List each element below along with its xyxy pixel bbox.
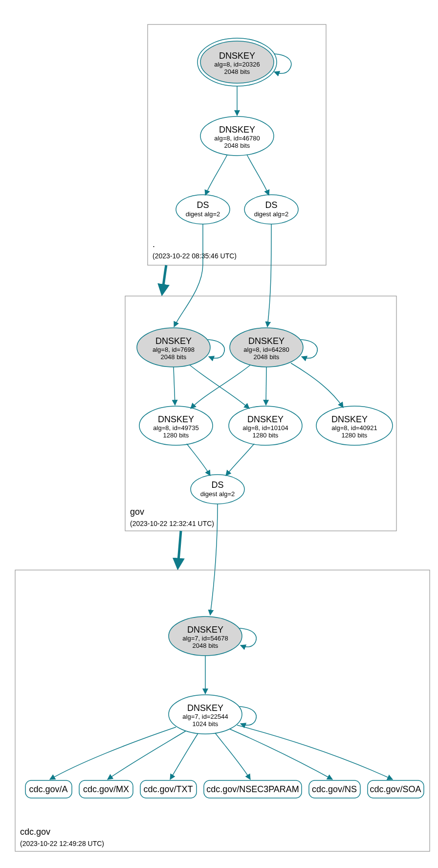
zone-cdc-ts: (2023-10-22 12:49:28 UTC) [20, 840, 104, 847]
svg-text:DNSKEY: DNSKEY [158, 414, 194, 424]
edge-root-to-gov [162, 265, 166, 293]
svg-text:DS: DS [197, 200, 209, 210]
zone-root-label: . [153, 239, 155, 249]
edge-k3-k6 [291, 363, 343, 408]
svg-text:cdc.gov/TXT: cdc.gov/TXT [143, 784, 193, 794]
rr-ns: cdc.gov/NS [309, 780, 360, 798]
svg-text:1280 bits: 1280 bits [342, 432, 368, 439]
node-ds-root-1: DS digest alg=2 [244, 195, 298, 224]
zone-gov-label: gov [130, 507, 144, 517]
svg-text:cdc.gov/SOA: cdc.gov/SOA [370, 784, 421, 794]
rr-mx: cdc.gov/MX [79, 780, 133, 798]
svg-text:DNSKEY: DNSKEY [219, 51, 255, 61]
edge-k1-ds0 [205, 155, 227, 195]
node-dnskey-cdc-54678: DNSKEY alg=7, id=54678 2048 bits [169, 617, 242, 656]
node-dnskey-root-46780: DNSKEY alg=8, id=46780 2048 bits [200, 116, 274, 156]
node-dnskey-gov-7698: DNSKEY alg=8, id=7698 2048 bits [137, 328, 210, 367]
edge-gov-to-cdc [178, 531, 181, 567]
warning-icon [146, 755, 156, 765]
zone-root: . (2023-10-22 08:35:46 UTC) DNSKEY alg=8… [148, 24, 326, 265]
svg-text:alg=8, id=40921: alg=8, id=40921 [331, 424, 377, 432]
svg-text:alg=8, id=10104: alg=8, id=10104 [242, 424, 288, 432]
svg-text:alg=8, id=20326: alg=8, id=20326 [214, 61, 260, 68]
svg-text:DNSKEY: DNSKEY [219, 125, 255, 135]
node-dnskey-gov-10104: DNSKEY alg=8, id=10104 1280 bits [229, 406, 302, 445]
warning-icon [208, 671, 218, 681]
warning-icon [234, 755, 243, 765]
edge-k8-mx [108, 731, 186, 779]
edge-k8-txt [170, 733, 198, 779]
svg-text:2048 bits: 2048 bits [161, 353, 187, 361]
warning-icon [186, 755, 196, 765]
svg-text:cdc.gov/MX: cdc.gov/MX [83, 784, 129, 794]
node-ds-gov: DS digest alg=2 [191, 475, 244, 504]
rr-txt: cdc.gov/TXT [140, 780, 197, 798]
warning-icon [106, 755, 115, 765]
edge-k8-soa [237, 725, 393, 779]
edge-k1-ds1 [247, 155, 269, 195]
svg-text:2048 bits: 2048 bits [193, 642, 219, 649]
svg-text:DNSKEY: DNSKEY [187, 703, 223, 713]
zone-cdc-label: cdc.gov [20, 827, 50, 837]
svg-text:2048 bits: 2048 bits [224, 142, 250, 149]
svg-text:1280 bits: 1280 bits [163, 432, 189, 439]
node-dnskey-gov-64280: DNSKEY alg=8, id=64280 2048 bits [230, 328, 303, 367]
svg-text:digest alg=2: digest alg=2 [200, 490, 235, 498]
svg-text:DNSKEY: DNSKEY [248, 336, 285, 346]
edge-k3-k5 [266, 367, 266, 405]
svg-text:cdc.gov/NSEC3PARAM: cdc.gov/NSEC3PARAM [206, 784, 299, 794]
rr-soa: cdc.gov/SOA [368, 780, 424, 798]
dnssec-diagram: . (2023-10-22 08:35:46 UTC) DNSKEY alg=8… [0, 0, 438, 868]
svg-text:DS: DS [211, 480, 223, 490]
edge-ds1-k3 [267, 224, 271, 327]
zone-cdcgov: cdc.gov (2023-10-22 12:49:28 UTC) DNSKEY… [15, 570, 430, 851]
node-dnskey-gov-40921: DNSKEY alg=8, id=40921 1280 bits [316, 406, 393, 445]
svg-text:alg=8, id=49735: alg=8, id=49735 [153, 424, 198, 432]
svg-text:DNSKEY: DNSKEY [187, 625, 223, 635]
warning-icon [230, 542, 240, 552]
node-dnskey-gov-49735: DNSKEY alg=8, id=49735 1280 bits [139, 406, 213, 445]
warning-icon [260, 631, 269, 641]
svg-text:DNSKEY: DNSKEY [331, 414, 368, 424]
svg-text:DS: DS [265, 200, 277, 210]
svg-text:2048 bits: 2048 bits [254, 353, 280, 361]
svg-text:1280 bits: 1280 bits [253, 432, 279, 439]
edge-k2-k4 [174, 367, 175, 405]
svg-text:alg=7, id=22544: alg=7, id=22544 [182, 713, 228, 720]
svg-text:alg=8, id=46780: alg=8, id=46780 [214, 135, 260, 142]
svg-text:1024 bits: 1024 bits [193, 720, 219, 728]
svg-text:alg=7, id=54678: alg=7, id=54678 [182, 635, 228, 642]
node-ds-root-0: DS digest alg=2 [176, 195, 230, 224]
svg-text:DNSKEY: DNSKEY [247, 414, 284, 424]
node-dnskey-root-20326: DNSKEY alg=8, id=20326 2048 bits [197, 38, 277, 86]
warning-icon [260, 709, 269, 719]
svg-text:digest alg=2: digest alg=2 [186, 210, 220, 218]
rr-a: cdc.gov/A [25, 780, 72, 798]
svg-text:cdc.gov/A: cdc.gov/A [29, 784, 67, 794]
rr-nsec3param: cdc.gov/NSEC3PARAM [204, 780, 302, 798]
svg-text:alg=8, id=7698: alg=8, id=7698 [153, 346, 195, 353]
edge-ds0-k2 [174, 224, 203, 327]
svg-text:DNSKEY: DNSKEY [155, 336, 192, 346]
node-dnskey-cdc-22544: DNSKEY alg=7, id=22544 1024 bits [169, 695, 242, 734]
edge-k5-ds2 [226, 444, 254, 476]
svg-text:cdc.gov/NS: cdc.gov/NS [312, 784, 357, 794]
edge-k8-a [50, 727, 176, 779]
warning-icon [345, 755, 354, 765]
edge-k4-ds2 [187, 444, 210, 476]
svg-text:2048 bits: 2048 bits [224, 68, 250, 75]
zone-root-ts: (2023-10-22 08:35:46 UTC) [153, 252, 237, 260]
zone-gov-ts: (2023-10-22 12:32:41 UTC) [130, 520, 214, 527]
svg-text:alg=8, id=64280: alg=8, id=64280 [243, 346, 289, 353]
edge-k8-nsec3 [215, 733, 250, 779]
svg-text:digest alg=2: digest alg=2 [254, 210, 288, 218]
